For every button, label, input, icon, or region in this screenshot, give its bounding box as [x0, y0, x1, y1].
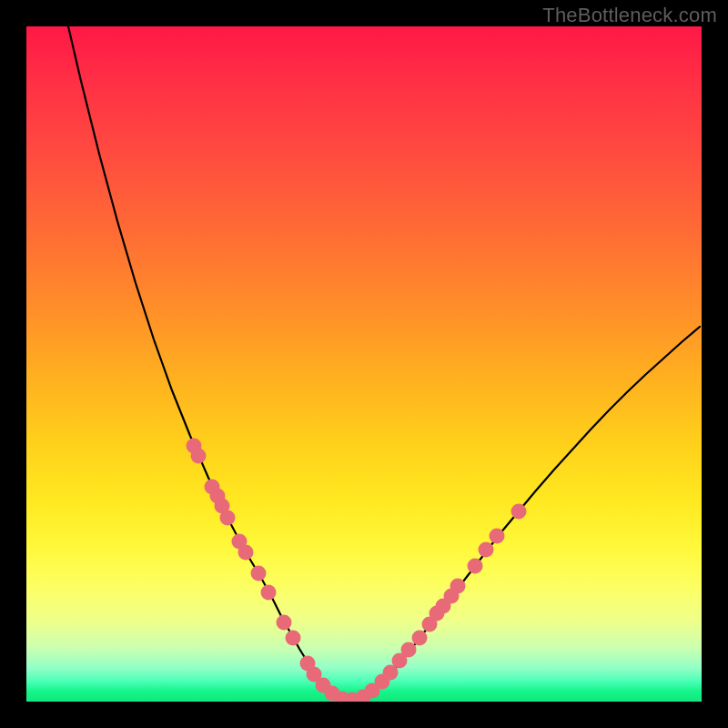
data-marker [468, 559, 483, 574]
marker-group [187, 439, 527, 703]
chart-frame: TheBottleneck.com [0, 0, 728, 728]
data-marker [450, 579, 466, 594]
watermark-text: TheBottleneck.com [542, 4, 717, 27]
data-marker [220, 511, 236, 526]
plot-area [26, 26, 702, 702]
data-marker [401, 642, 417, 658]
data-marker [490, 529, 505, 544]
data-marker [277, 615, 292, 631]
bottleneck-curve [68, 26, 700, 700]
data-marker [511, 504, 527, 520]
data-marker [191, 449, 207, 464]
chart-svg [26, 26, 702, 702]
data-marker [238, 545, 254, 561]
data-marker [286, 631, 301, 646]
data-marker [412, 631, 428, 646]
data-marker [261, 585, 277, 601]
data-marker [479, 542, 494, 558]
data-marker [251, 566, 267, 581]
